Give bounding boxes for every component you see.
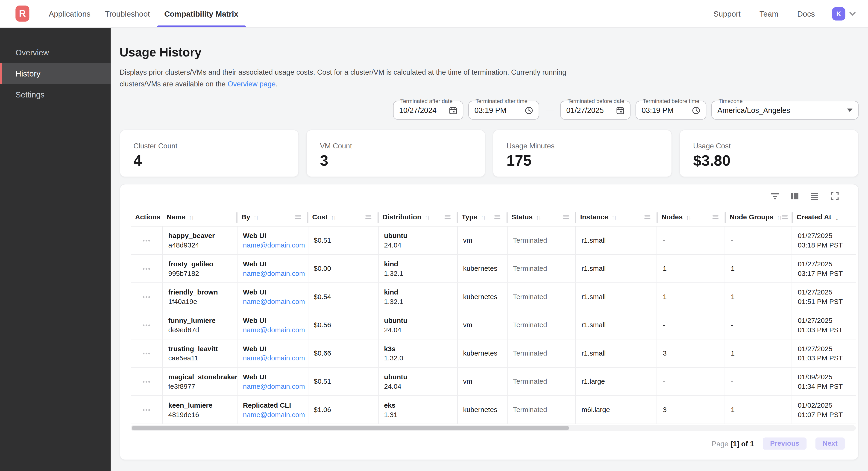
row-actions-button[interactable] (143, 268, 150, 269)
column-menu-icon[interactable] (644, 215, 650, 219)
column-menu-icon[interactable] (781, 215, 787, 219)
cell-instance: r1.small (576, 283, 657, 311)
cell-distribution: ubuntu24.04 (378, 311, 458, 339)
dropdown-caret-icon[interactable] (847, 109, 852, 112)
nav-link-team[interactable]: Team (750, 9, 788, 18)
column-header-status[interactable]: Status↑↓ (507, 208, 576, 226)
cell-name: frosty_galileo995b7182 (163, 255, 237, 282)
row-actions-button[interactable] (143, 409, 150, 411)
sort-arrows-icon[interactable]: ↑↓ (777, 214, 781, 220)
chevron-down-icon[interactable] (849, 11, 856, 16)
terminated-before-date-field[interactable]: Terminated before date 01/27/2025 (560, 101, 630, 120)
cell-instance: r1.small (576, 227, 657, 254)
column-menu-icon[interactable] (444, 215, 451, 219)
cell-distribution: ubuntu24.04 (378, 227, 458, 254)
timezone-select[interactable]: Timezone America/Los_Angeles (711, 101, 859, 120)
sort-arrows-icon[interactable]: ↑↓ (686, 214, 691, 220)
sort-arrows-icon[interactable]: ↑↓ (536, 214, 541, 220)
sidebar-item-overview[interactable]: Overview (0, 42, 111, 63)
cell-distribution: ubuntu24.04 (378, 368, 458, 395)
sort-desc-icon[interactable]: ↓ (835, 213, 839, 221)
column-menu-icon[interactable] (365, 215, 371, 219)
nav-tab-applications[interactable]: Applications (41, 0, 98, 27)
nav-tab-troubleshoot[interactable]: Troubleshoot (98, 0, 157, 27)
clock-icon[interactable] (692, 106, 700, 114)
sort-arrows-icon[interactable]: ↑↓ (480, 214, 485, 220)
email-link[interactable]: name@domain.com (243, 298, 305, 305)
cell-cost: $0.51 (308, 368, 378, 395)
cell-cost: $0.54 (308, 283, 378, 311)
columns-icon[interactable] (790, 191, 799, 201)
usage-history-table-card: ActionsName↑↓By↑↓Cost↑↓Distribution↑↓Typ… (120, 184, 859, 460)
cell-nodes: - (657, 368, 725, 395)
row-actions-button[interactable] (143, 324, 150, 326)
column-header-distribution[interactable]: Distribution↑↓ (378, 208, 457, 226)
column-menu-icon[interactable] (494, 215, 500, 219)
terminated-before-time-field[interactable]: Terminated before time 03:19 PM (636, 101, 707, 120)
cell-nodes: - (657, 311, 725, 339)
stat-value: 3 (320, 152, 471, 169)
email-link[interactable]: name@domain.com (243, 411, 305, 418)
terminated-after-time-field[interactable]: Terminated after time 03:19 PM (468, 101, 539, 120)
density-icon[interactable] (810, 191, 819, 201)
row-actions-button[interactable] (143, 239, 150, 241)
sidebar-item-history[interactable]: History (0, 63, 111, 84)
column-header-label: Distribution (383, 213, 422, 221)
cell-node_groups: 1 (725, 255, 792, 282)
cell-cost: $0.51 (308, 227, 378, 254)
horizontal-scrollbar-track[interactable] (131, 425, 856, 431)
sidebar-item-settings[interactable]: Settings (0, 84, 111, 105)
row-actions-button[interactable] (143, 353, 150, 354)
nav-link-support[interactable]: Support (704, 9, 750, 18)
column-header-cost[interactable]: Cost↑↓ (308, 208, 378, 226)
overview-page-link[interactable]: Overview page (227, 80, 276, 88)
sort-arrows-icon[interactable]: ↑↓ (331, 214, 336, 220)
email-link[interactable]: name@domain.com (243, 269, 305, 277)
column-header-name[interactable]: Name↑↓ (162, 208, 237, 226)
email-link[interactable]: name@domain.com (243, 382, 305, 390)
column-header-created[interactable]: Created At↓ (792, 208, 856, 226)
terminated-before-time-value: 03:19 PM (642, 106, 674, 114)
column-header-nodes[interactable]: Nodes↑↓ (657, 208, 725, 226)
next-page-button[interactable]: Next (815, 437, 845, 449)
sort-arrows-icon[interactable]: ↑↓ (425, 214, 429, 220)
cell-actions (131, 396, 163, 423)
page-indicator: Page [1] of 1 (712, 439, 754, 448)
avatar[interactable]: K (832, 7, 845, 20)
replicated-logo[interactable]: R (16, 5, 29, 22)
description-line2: clusters/VMs are available on the (120, 80, 227, 88)
nav-tab-compatibility-matrix[interactable]: Compatibility Matrix (157, 0, 246, 27)
email-link[interactable]: name@domain.com (243, 354, 305, 362)
row-actions-button[interactable] (143, 381, 150, 382)
table-row: frosty_galileo995b7182Web UIname@domain.… (131, 255, 856, 283)
calendar-icon[interactable] (449, 106, 457, 114)
cell-instance: r1.large (576, 368, 657, 395)
email-link[interactable]: name@domain.com (243, 241, 305, 249)
cell-distribution: kind1.32.1 (378, 255, 458, 282)
column-header-instance[interactable]: Instance↑↓ (576, 208, 657, 226)
email-link[interactable]: name@domain.com (243, 326, 305, 334)
row-actions-button[interactable] (143, 296, 150, 297)
cell-cost: $0.56 (308, 311, 378, 339)
terminated-after-date-field[interactable]: Terminated after date 10/27/2024 (393, 101, 463, 120)
cell-status: Terminated (507, 340, 576, 367)
nav-link-docs[interactable]: Docs (788, 9, 824, 18)
previous-page-button[interactable]: Previous (763, 437, 806, 449)
column-menu-icon[interactable] (563, 215, 569, 219)
fullscreen-icon[interactable] (830, 191, 839, 201)
clock-icon[interactable] (525, 106, 533, 114)
filter-icon[interactable] (770, 191, 779, 201)
sort-arrows-icon[interactable]: ↑↓ (189, 214, 193, 220)
column-menu-icon[interactable] (295, 215, 301, 219)
cell-node_groups: 1 (725, 396, 792, 423)
sort-arrows-icon[interactable]: ↑↓ (254, 214, 258, 220)
cell-name: friendly_brown1f40a19e (163, 283, 237, 311)
column-header-by[interactable]: By↑↓ (237, 208, 308, 226)
column-header-node_groups[interactable]: Node Groups↑↓ (725, 208, 792, 226)
calendar-icon[interactable] (616, 106, 624, 114)
sort-arrows-icon[interactable]: ↑↓ (612, 214, 616, 220)
horizontal-scrollbar-thumb[interactable] (132, 426, 569, 430)
column-header-type[interactable]: Type↑↓ (457, 208, 507, 226)
column-menu-icon[interactable] (713, 215, 718, 219)
terminated-after-date-value: 10/27/2024 (399, 106, 437, 114)
